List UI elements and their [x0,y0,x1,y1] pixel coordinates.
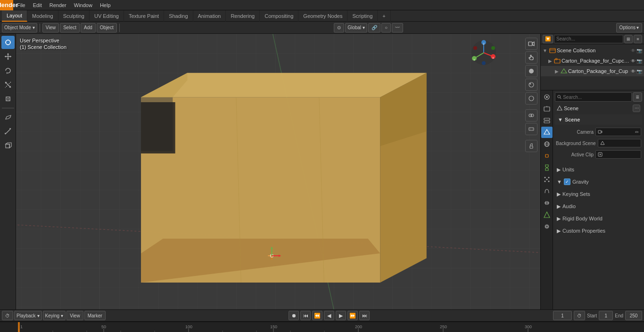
jump-start-btn[interactable]: ⏮ [300,311,311,320]
timeline-frame-type[interactable]: ⏱ [2,311,13,320]
record-btn[interactable]: ⏺ [289,311,299,320]
timeline-view-btn[interactable]: View [66,311,83,320]
tab-geometry-nodes[interactable]: Geometry Nodes [298,10,347,22]
play-reverse-btn[interactable]: ◀ [324,311,334,320]
proportional-btn2[interactable]: 〰 [392,23,403,32]
viewport[interactable]: User Perspective (1) Scene Collection Z … [16,34,540,309]
tab-texture-paint[interactable]: Texture Paint [124,10,164,22]
menu-edit[interactable]: Edit [29,0,46,10]
transform-pivot[interactable]: ⊙ [334,23,344,32]
tab-animation[interactable]: Animation [193,10,226,22]
hand-pan-btn[interactable] [525,51,537,64]
camera-value[interactable]: ✏ [595,128,641,136]
keying-sets-header[interactable]: ▶ Keying Sets [555,189,642,199]
scene-section-header[interactable]: ▼ Scene [555,114,642,125]
tab-compositing[interactable]: Compositing [260,10,298,22]
play-btn[interactable]: ▶ [336,311,346,320]
render-icon[interactable]: 📷 [636,48,642,53]
tab-sculpting[interactable]: Sculpting [58,10,90,22]
viewport-overlay-btn[interactable] [525,109,537,121]
menu-file[interactable]: File [13,0,29,10]
timeline-ruler[interactable]: 1 50 100 150 200 250 300 [0,322,644,332]
options-btn[interactable]: Options ▾ [616,23,642,32]
snap-btn[interactable]: 🔗 [368,23,380,32]
viewport-shading-solid[interactable] [525,65,537,77]
scale-tool[interactable] [1,78,15,91]
step-back-btn[interactable]: ⏪ [312,311,322,320]
jump-end-btn[interactable]: ⏭ [359,311,370,320]
outliner-item-scene-collection[interactable]: ▼ Scene Collection 👁 📷 [541,45,644,56]
axis-gizmo[interactable]: Z X Y [470,39,498,67]
active-clip-value[interactable] [595,150,641,159]
start-frame-field[interactable]: 1 [599,311,613,320]
select-btn[interactable]: Select [60,23,80,32]
xray-btn[interactable] [525,123,537,135]
prop-icon-modifier[interactable] [541,162,553,173]
prop-icon-constraints[interactable] [541,197,553,209]
lock-camera-btn[interactable] [525,140,537,152]
tab-layout[interactable]: Layout [2,10,27,22]
step-forward-btn[interactable]: ⏩ [347,311,358,320]
end-frame-field[interactable]: 250 [625,311,642,320]
outliner-filter-btn[interactable]: ≡ [634,35,642,43]
background-scene-value[interactable] [598,139,641,147]
outliner-filter[interactable]: 🔽 [543,35,553,43]
measure-tool[interactable] [1,125,15,138]
keying-dropdown[interactable]: Keying ▾ [43,311,66,320]
tab-shading[interactable]: Shading [164,10,193,22]
move-tool[interactable] [1,50,15,63]
annotate-tool[interactable] [1,111,15,124]
timer-icon-btn[interactable]: ⏱ [574,311,585,320]
custom-props-header[interactable]: ▶ Custom Properties [555,226,642,236]
outliner-item-carton-child[interactable]: ▶ Carton_Package_for_Cup 👁 📷 [541,66,644,76]
add-cube-tool[interactable] [1,139,15,152]
object-btn[interactable]: Object [97,23,117,32]
tab-rendering[interactable]: Rendering [226,10,260,22]
outliner-search[interactable] [554,35,623,43]
prop-icon-view-layer[interactable] [541,115,553,126]
menu-render[interactable]: Render [46,0,70,10]
prop-icon-scene[interactable] [541,127,553,138]
gravity-checkbox[interactable]: ✓ [564,178,570,185]
proportional-btn[interactable]: ○ [381,23,391,32]
prop-icon-material[interactable] [541,221,553,232]
object-mode-dropdown[interactable]: Object Mode ▾ [2,23,37,32]
properties-search-input[interactable] [563,95,629,100]
current-frame-field[interactable]: 1 [553,311,572,320]
cursor-tool[interactable] [1,36,15,49]
tab-add[interactable]: + [378,10,390,22]
view-btn[interactable]: View [42,23,59,32]
prop-icon-physics[interactable] [541,186,553,197]
child-render-icon[interactable]: 📷 [636,69,642,74]
rigid-body-header[interactable]: ▶ Rigid Body World [555,213,642,224]
gravity-section-header[interactable]: ▼ ✓ Gravity [555,177,642,187]
transform-tool[interactable] [1,92,15,105]
visibility-icon[interactable]: 👁 [631,58,636,64]
rotate-tool[interactable] [1,64,15,77]
prop-icon-object[interactable] [541,150,553,162]
tab-uv-editing[interactable]: UV Editing [90,10,124,22]
properties-filter-btn[interactable]: ≡ [633,92,642,102]
prop-icon-output[interactable] [541,103,553,114]
outliner-item-carton-parent[interactable]: ▶ Carton_Package_for_Cupcake 👁 📷 [541,56,644,66]
prop-icon-world[interactable] [541,138,553,150]
prop-icon-particles[interactable] [541,174,553,185]
prop-icon-render[interactable] [541,91,553,103]
pencil-icon[interactable]: ✏ [635,130,639,135]
viewport-shading-rendered[interactable] [525,92,537,105]
add-btn[interactable]: Add [81,23,96,32]
outliner-view-layer-btn[interactable]: ⊞ [624,35,633,43]
transform-dropdown[interactable]: Global ▾ [345,23,367,32]
menu-window[interactable]: Window [70,0,96,10]
units-section-header[interactable]: ▶ Units [555,164,642,175]
scene-settings-btn[interactable]: ⋯ [633,105,640,112]
eye-icon[interactable]: 👁 [631,48,636,53]
tab-modeling[interactable]: Modeling [27,10,58,22]
timeline-marker-btn[interactable]: Marker [84,311,106,320]
audio-header[interactable]: ▶ Audio [555,201,642,211]
camera-view-btn[interactable] [525,38,537,50]
viewport-shading-material[interactable] [525,79,537,91]
child-visibility-icon[interactable]: 👁 [631,69,636,74]
tab-scripting[interactable]: Scripting [347,10,378,22]
render-vis-icon[interactable]: 📷 [636,58,642,64]
